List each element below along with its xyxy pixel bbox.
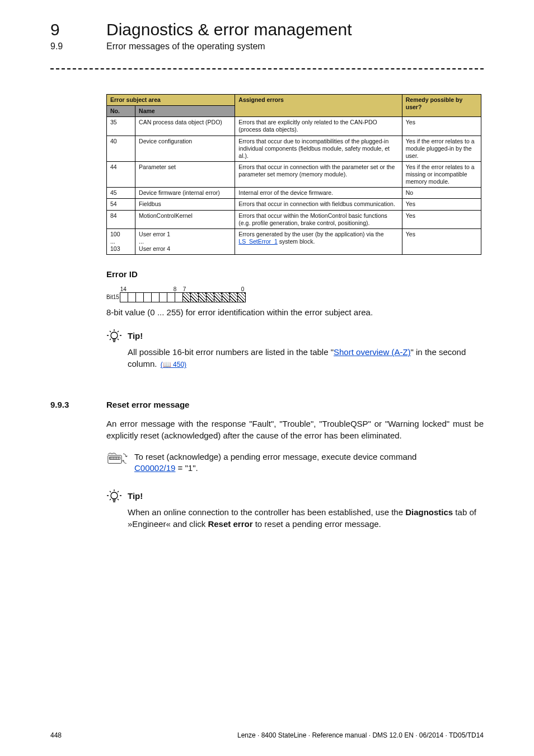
bit-label-8: 8 (174, 286, 177, 292)
c00002-19-link[interactable]: C00002/19 (134, 463, 175, 473)
chapter-title: Diagnostics & error management (106, 20, 352, 39)
pageref-450-link[interactable]: (📖 450) (161, 361, 186, 368)
bulb-icon (106, 328, 122, 344)
section-number: 9.9 (50, 41, 84, 52)
cell-remedy: Yes (402, 210, 481, 228)
bit-cell (222, 292, 230, 302)
cell-remedy: Yes (402, 117, 481, 136)
tip1-pre: All possible 16-bit error numbers are li… (128, 347, 334, 357)
tip2-bold2: Reset error (208, 519, 252, 529)
cell-assigned-post: system block. (278, 238, 315, 245)
bit-cell (198, 292, 207, 302)
cell-name: MotionControlKernel (135, 210, 235, 228)
error-subject-table: Error subject area Assigned errors Remed… (106, 94, 481, 255)
bit-cell (120, 292, 128, 302)
cell-name: Device configuration (135, 136, 235, 161)
th-remedy: Remedy possible by user? (402, 95, 481, 117)
tip2-bold1: Diagnostics (405, 507, 453, 517)
tip-label: Tip! (128, 328, 143, 344)
separator (50, 68, 484, 69)
error-id-heading: Error ID (106, 269, 484, 279)
sec993-num: 9.9.3 (50, 400, 84, 409)
table-row: 35 CAN process data object (PDO) Errors … (107, 117, 481, 136)
cell-no: 100 ... 103 (107, 228, 135, 254)
cell-name: Fieldbus (135, 199, 235, 210)
cell-assigned: Errors that occur due to incompatibiliti… (235, 136, 402, 161)
tip1-body: All possible 16-bit error numbers are li… (128, 346, 484, 370)
cell-no: 35 (107, 117, 135, 136)
cell-assigned: Errors that occur within the MotionContr… (235, 210, 402, 228)
cell-no: 54 (107, 199, 135, 210)
cell-assigned: Errors that occur in connection with the… (235, 161, 402, 187)
section-title: Error messages of the operating system (106, 41, 265, 52)
bit-cell (135, 292, 144, 302)
cell-remedy: Yes (402, 199, 481, 210)
error-id-desc: 8-bit value (0 ... 255) for error identi… (106, 307, 484, 318)
bit-cell (190, 292, 199, 302)
th-subject-area: Error subject area (107, 95, 235, 106)
sec993-title: Reset error message (106, 400, 189, 409)
howto-pre: To reset (acknowledge) a pending error m… (134, 452, 416, 461)
bitfield-diagram: Bit15 14 8 7 0 (106, 284, 484, 302)
short-overview-link[interactable]: Short overview (A-Z) (334, 347, 411, 357)
cell-name: User error 1 ... User error 4 (135, 228, 235, 254)
sec993-para: An error message with the response "Faul… (106, 418, 484, 441)
bit-cell (143, 292, 152, 302)
cell-remedy: No (402, 188, 481, 199)
th-no: No. (107, 106, 135, 117)
howto-post: = "1". (175, 463, 198, 473)
svg-point-9 (111, 492, 118, 499)
cell-assigned: Internal error of the device firmware. (235, 188, 402, 199)
cell-no: 44 (107, 161, 135, 187)
cell-remedy: Yes if the error relates to a module plu… (402, 136, 481, 161)
cell-no: 45 (107, 188, 135, 199)
table-row: 45 Device firmware (internal error) Inte… (107, 188, 481, 199)
bit-cell (151, 292, 160, 302)
cell-name: CAN process data object (PDO) (135, 117, 235, 136)
howto-text: To reset (acknowledge) a pending error m… (134, 451, 416, 474)
bit-cell (159, 292, 167, 302)
svg-point-0 (111, 332, 118, 339)
cell-name: Device firmware (internal error) (135, 188, 235, 199)
ls-seterror-link[interactable]: LS_SetError_1 (238, 238, 277, 245)
bit-label-0: 0 (241, 286, 245, 292)
bit-label-15: Bit15 (106, 292, 119, 302)
bit-cell (167, 292, 175, 302)
tip2-pre: When an online connection to the control… (128, 507, 405, 517)
table-row: 100 ... 103 User error 1 ... User error … (107, 228, 481, 254)
table-row: 54 Fieldbus Errors that occur in connect… (107, 199, 481, 210)
tip-label: Tip! (128, 488, 143, 504)
cell-no: 40 (107, 136, 135, 161)
bit-cell (214, 292, 222, 302)
footer-meta: Lenze · 8400 StateLine · Reference manua… (237, 731, 484, 739)
bit-cell (182, 292, 191, 302)
table-row: 44 Parameter set Errors that occur in co… (107, 161, 481, 187)
bit-label-14: 14 (120, 286, 127, 292)
tip2-post: to reset a pending error message. (252, 519, 381, 529)
bit-label-7: 7 (183, 286, 186, 292)
th-assigned: Assigned errors (235, 95, 402, 117)
cell-name: Parameter set (135, 161, 235, 187)
bit-cell (229, 292, 238, 302)
bit-cell (175, 292, 183, 302)
device-icon (106, 451, 129, 466)
bit-cell (206, 292, 214, 302)
bulb-icon (106, 488, 122, 504)
cell-remedy: Yes if the error relates to a missing or… (402, 161, 481, 187)
bit-cell (237, 292, 246, 302)
page-number: 448 (50, 731, 62, 739)
chapter-number: 9 (50, 20, 84, 39)
cell-no: 84 (107, 210, 135, 228)
cell-assigned-pre: Errors generated by the user (by the app… (238, 231, 383, 237)
table-row: 84 MotionControlKernel Errors that occur… (107, 210, 481, 228)
bit-cell (128, 292, 136, 302)
table-row: 40 Device configuration Errors that occu… (107, 136, 481, 161)
cell-assigned: Errors that occur in connection with fie… (235, 199, 402, 210)
th-name: Name (135, 106, 235, 117)
cell-assigned: Errors generated by the user (by the app… (235, 228, 402, 254)
tip2-body: When an online connection to the control… (128, 506, 484, 530)
cell-assigned: Errors that are explicitly only related … (235, 117, 402, 136)
cell-remedy: Yes (402, 228, 481, 254)
